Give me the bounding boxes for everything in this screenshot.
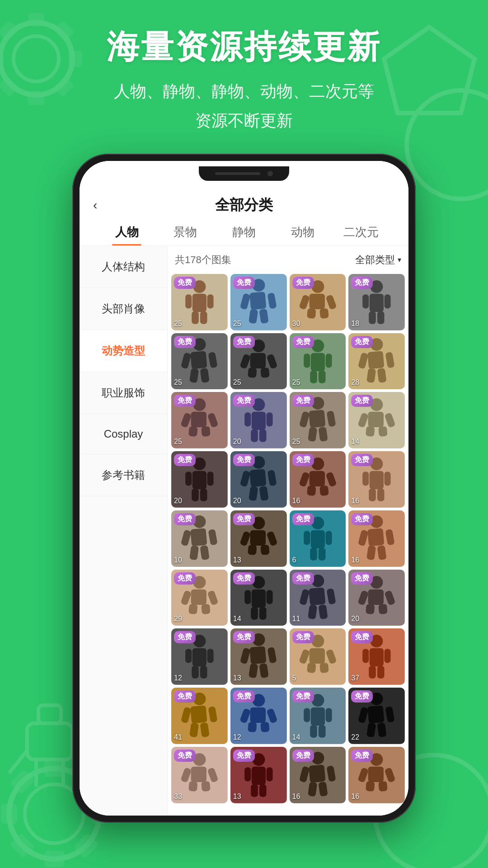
- grid-item[interactable]: 免费 12: [230, 688, 287, 744]
- grid-item[interactable]: 免费 13: [230, 747, 287, 803]
- grid-item[interactable]: 免费 25: [230, 333, 287, 390]
- grid-item[interactable]: 免费 25: [171, 333, 228, 390]
- sidebar-item-poses[interactable]: 动势造型: [80, 330, 167, 372]
- svg-rect-108: [368, 412, 384, 427]
- sidebar-item-costume[interactable]: 职业服饰: [80, 372, 167, 414]
- svg-rect-17: [73, 833, 99, 859]
- svg-rect-171: [191, 589, 206, 604]
- tab-people[interactable]: 人物: [98, 218, 156, 245]
- grid-item[interactable]: 免费 25: [290, 333, 346, 390]
- svg-rect-201: [207, 649, 214, 663]
- tab-animals[interactable]: 动物: [273, 218, 332, 245]
- svg-rect-116: [185, 472, 192, 486]
- app-header: ‹ 全部分类 人物 景物 静物 动物 二次元: [80, 188, 408, 246]
- grid-item[interactable]: 免费 25: [171, 392, 228, 448]
- count-badge: 12: [233, 733, 241, 741]
- grid-item[interactable]: 免费 22: [348, 688, 405, 744]
- sidebar-item-cosplay[interactable]: Cosplay: [80, 414, 167, 454]
- grid-item[interactable]: 免费 10: [171, 510, 228, 567]
- svg-rect-74: [304, 354, 310, 368]
- grid-item[interactable]: 免费 5: [290, 628, 346, 685]
- grid-item[interactable]: 免费 11: [290, 570, 346, 626]
- grid-item[interactable]: 免费 20: [230, 392, 287, 448]
- app-header-top: ‹ 全部分类: [93, 193, 395, 218]
- count-badge: 29: [174, 615, 182, 623]
- grid-item[interactable]: 免费 20: [348, 570, 405, 626]
- grid-item[interactable]: 免费 20: [230, 451, 287, 508]
- tab-scenery[interactable]: 景物: [156, 218, 215, 245]
- grid-item-image: 免费 13: [230, 628, 287, 685]
- svg-rect-95: [244, 413, 251, 427]
- svg-rect-264: [266, 767, 272, 781]
- grid-item[interactable]: 免费 33: [171, 747, 228, 803]
- svg-rect-234: [250, 708, 265, 723]
- grid-item[interactable]: 免费 16: [348, 747, 405, 803]
- svg-rect-112: [378, 426, 388, 437]
- svg-rect-35: [200, 311, 207, 324]
- count-badge: 33: [174, 793, 182, 801]
- grid-item[interactable]: 免费 29: [171, 570, 228, 626]
- notch-speaker: [215, 172, 260, 175]
- grid-item[interactable]: 免费 30: [290, 274, 346, 330]
- svg-rect-31: [192, 294, 206, 312]
- grid-item[interactable]: 免费 25: [290, 392, 346, 448]
- filter-type-dropdown[interactable]: 全部类型 ▾: [355, 253, 401, 267]
- count-badge: 25: [174, 438, 182, 446]
- svg-rect-199: [192, 648, 206, 667]
- svg-rect-80: [367, 351, 384, 369]
- subtitle-line2: 资源不断更新: [18, 106, 470, 136]
- svg-rect-18: [44, 851, 64, 867]
- main-content[interactable]: 共178个图集 全部类型 ▾: [168, 246, 408, 816]
- count-badge: 25: [292, 438, 300, 446]
- grid-item[interactable]: 免费 28: [348, 333, 405, 390]
- grid-item[interactable]: 免费 12: [171, 628, 228, 685]
- grid-item[interactable]: 免费 25: [171, 274, 228, 330]
- grid-item[interactable]: 免费 16: [348, 451, 405, 508]
- grid-item[interactable]: 免费 14: [290, 688, 346, 744]
- svg-rect-76: [310, 370, 317, 383]
- svg-rect-75: [325, 354, 332, 368]
- sidebar-item-anatomy[interactable]: 人体结构: [80, 246, 167, 288]
- grid-item[interactable]: 免费 16: [348, 510, 405, 567]
- svg-rect-185: [309, 587, 325, 605]
- grid-item[interactable]: 免费 16: [290, 747, 346, 803]
- grid-item[interactable]: 免费 14: [230, 570, 287, 626]
- grid-item[interactable]: 免费 13: [230, 510, 287, 567]
- grid-item-image: 免费 33: [171, 747, 228, 803]
- svg-rect-223: [369, 666, 376, 679]
- sidebar-item-portrait[interactable]: 头部肖像: [80, 288, 167, 330]
- svg-rect-241: [310, 708, 324, 726]
- image-grid: 免费 25 免费 25 免费 30: [168, 274, 408, 807]
- grid-item[interactable]: 免费 20: [171, 451, 228, 508]
- svg-rect-97: [251, 429, 258, 442]
- free-badge: 免费: [174, 454, 196, 466]
- grid-item[interactable]: 免费 37: [348, 628, 405, 685]
- free-badge: 免费: [292, 395, 314, 407]
- grid-item[interactable]: 免费 6: [290, 510, 346, 567]
- svg-rect-242: [304, 708, 310, 722]
- svg-rect-269: [309, 764, 325, 783]
- grid-item[interactable]: 免费 13: [230, 628, 287, 685]
- tab-anime[interactable]: 二次元: [332, 218, 390, 245]
- svg-rect-119: [200, 489, 207, 501]
- count-badge: 16: [351, 793, 359, 801]
- tab-still[interactable]: 静物: [215, 218, 273, 245]
- grid-item[interactable]: 免费 14: [348, 392, 405, 448]
- free-badge: 免费: [292, 631, 314, 643]
- back-button[interactable]: ‹: [93, 198, 97, 212]
- count-badge: 41: [174, 733, 182, 741]
- svg-rect-73: [310, 353, 324, 371]
- grid-item[interactable]: 免费 41: [171, 688, 228, 744]
- svg-rect-53: [362, 294, 369, 308]
- grid-item[interactable]: 免费 16: [290, 451, 346, 508]
- grid-item[interactable]: 免费 25: [230, 274, 287, 330]
- grid-item-image: 免费 28: [348, 333, 405, 390]
- svg-rect-195: [366, 604, 375, 614]
- count-badge: 25: [233, 320, 241, 328]
- svg-rect-38: [249, 292, 266, 310]
- count-badge: 12: [174, 674, 182, 682]
- sidebar-item-books[interactable]: 参考书籍: [80, 454, 167, 496]
- grid-item-image: 免费 13: [230, 510, 287, 567]
- free-badge: 免费: [351, 336, 373, 348]
- grid-item[interactable]: 免费 18: [348, 274, 405, 330]
